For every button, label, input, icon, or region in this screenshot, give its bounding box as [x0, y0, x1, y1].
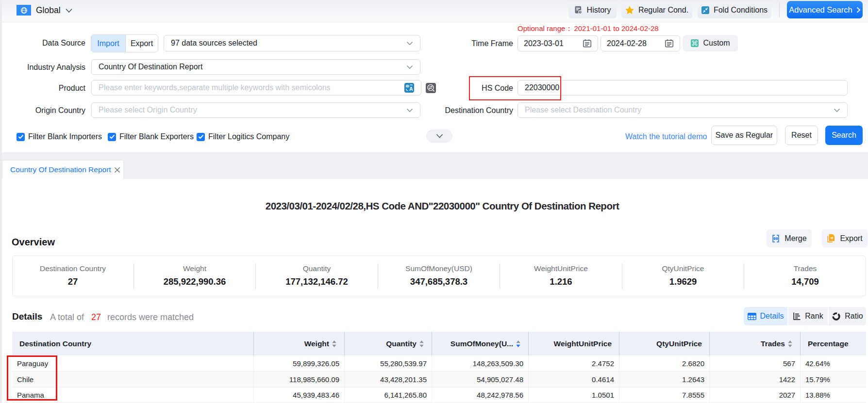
svg-text:A: A	[409, 86, 413, 92]
